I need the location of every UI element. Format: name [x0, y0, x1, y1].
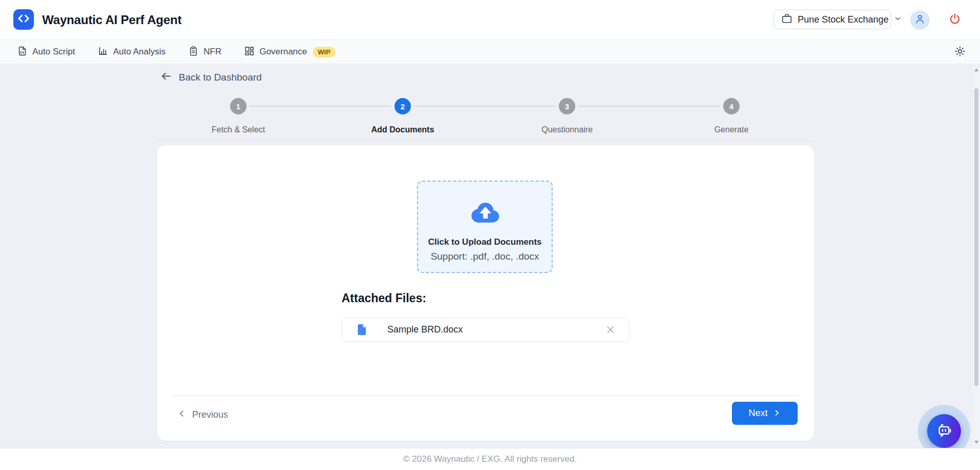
step-4-circle: 4: [723, 98, 740, 114]
vertical-scrollbar[interactable]: [973, 64, 980, 448]
clipboard-icon: [188, 46, 199, 58]
scrollbar-thumb[interactable]: [974, 88, 978, 386]
step-connector: [250, 106, 391, 107]
file-code-icon: [17, 46, 28, 58]
page-footer: © 2026 Waynautic / EXG. All rights reser…: [0, 448, 980, 470]
add-documents-card: Click to Upload Documents Support: .pdf,…: [157, 145, 814, 441]
step-2-label: Add Documents: [341, 125, 464, 134]
primary-navbar: Auto Script Auto Analysis N: [0, 40, 980, 64]
next-button[interactable]: Next: [732, 402, 798, 425]
scroll-up-icon[interactable]: [974, 68, 978, 71]
settings-button[interactable]: [953, 46, 967, 59]
file-name: Sample BRD.docx: [387, 324, 463, 335]
upload-dropzone[interactable]: Click to Upload Documents Support: .pdf,…: [417, 181, 553, 273]
header: Waynautic AI Perf Agent Pune Stock Excha…: [0, 0, 980, 40]
step-1-circle: 1: [230, 98, 247, 114]
back-to-dashboard-link[interactable]: Back to Dashboard: [160, 70, 262, 84]
grid-icon: [244, 46, 255, 58]
gear-icon: [954, 45, 966, 60]
step-1-label: Fetch & Select: [177, 125, 300, 134]
step-connector: [578, 106, 720, 107]
step-3-circle: 3: [559, 98, 575, 114]
step-2-circle: 2: [394, 98, 411, 114]
nav-label: Auto Analysis: [113, 47, 165, 57]
chevron-right-icon: [772, 408, 781, 419]
user-icon: [914, 13, 926, 27]
logout-power-button[interactable]: [947, 12, 963, 28]
step-4-label: Generate: [670, 125, 793, 134]
org-selector-dropdown[interactable]: Pune Stock Exchange: [774, 10, 891, 29]
user-avatar-button[interactable]: [910, 10, 930, 30]
nav-label: NFR: [203, 47, 221, 57]
file-icon: [355, 323, 368, 336]
attached-files-heading: Attached Files:: [342, 291, 426, 305]
bar-chart-icon: [98, 46, 108, 58]
nav-label: Auto Script: [32, 47, 75, 57]
card-footer-divider: [172, 396, 799, 396]
copyright-text: © 2026 Waynautic / EXG. All rights reser…: [403, 454, 577, 464]
upload-cloud-icon: [467, 199, 503, 227]
nav-item-auto-script[interactable]: Auto Script: [17, 46, 75, 58]
previous-button[interactable]: Previous: [177, 405, 228, 424]
upload-subtitle: Support: .pdf, .doc, .docx: [430, 251, 539, 262]
chat-bot-icon: [935, 422, 953, 441]
stepper-divider: [157, 140, 814, 141]
attached-file-row: Sample BRD.docx: [342, 318, 629, 342]
arrow-left-icon: [160, 70, 172, 84]
briefcase-icon: [781, 13, 793, 26]
back-link-label: Back to Dashboard: [179, 72, 262, 83]
code-icon: [17, 12, 30, 27]
nav-item-nfr[interactable]: NFR: [188, 46, 221, 58]
chat-assistant-button[interactable]: [927, 414, 961, 448]
main-content: Back to Dashboard 1 2 3 4 Fetch & Select…: [0, 64, 980, 448]
upload-title: Click to Upload Documents: [428, 237, 541, 247]
scroll-down-icon[interactable]: [974, 441, 978, 444]
power-icon: [949, 13, 961, 27]
nav-item-governance[interactable]: Governance WIP: [244, 46, 335, 58]
page-title: Waynautic AI Perf Agent: [42, 0, 181, 40]
close-icon: [606, 325, 615, 335]
remove-file-button[interactable]: [604, 324, 616, 336]
org-selector-label: Pune Stock Exchange: [798, 14, 889, 25]
chevron-down-icon: [894, 14, 902, 25]
nav-item-auto-analysis[interactable]: Auto Analysis: [98, 46, 165, 58]
wip-badge: WIP: [313, 47, 336, 57]
app-logo: [13, 9, 34, 30]
chevron-left-icon: [177, 409, 186, 420]
nav-label: Governance: [259, 47, 307, 57]
step-connector: [414, 106, 556, 107]
previous-label: Previous: [192, 409, 228, 420]
step-3-label: Questionnaire: [505, 125, 629, 134]
app-window: Waynautic AI Perf Agent Pune Stock Excha…: [0, 0, 980, 470]
next-label: Next: [748, 408, 767, 419]
